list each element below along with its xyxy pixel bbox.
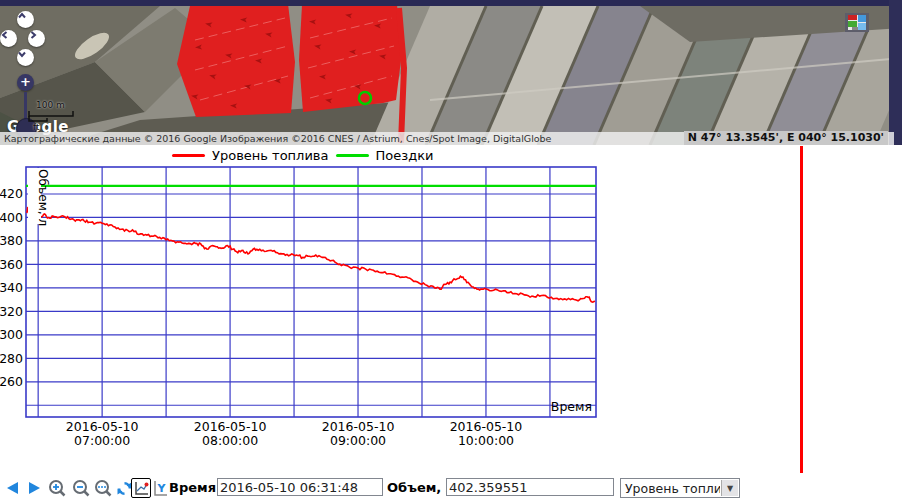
x-axis-title: Время (551, 399, 592, 414)
x-tick-date: 2016-05-10 (194, 419, 267, 434)
dropdown-arrow-icon[interactable]: ▼ (721, 480, 738, 496)
legend-label: Поездки (376, 148, 434, 163)
fuel-level-chart[interactable]: 2602803003203403603804004202016-05-1007:… (0, 163, 620, 463)
x-tick-time: 10:00:00 (458, 433, 514, 448)
y-tick-label: 400 (0, 210, 23, 225)
x-tick-time: 07:00:00 (74, 433, 130, 448)
y-tick-label: 380 (0, 233, 23, 248)
prev-point-button[interactable] (2, 478, 22, 498)
x-tick-date: 2016-05-10 (322, 419, 395, 434)
chart-cursor-line (800, 146, 803, 473)
minimap-toggle-icon[interactable] (845, 13, 869, 32)
zoom-range-chart-button[interactable] (93, 478, 113, 498)
chart-legend: Уровень топливаПоездки (172, 148, 433, 163)
y-axis-scale-button[interactable]: Y (151, 478, 171, 498)
y-tick-label: 320 (0, 304, 23, 319)
map-pan-down-button[interactable] (17, 49, 34, 66)
track-area (177, 4, 401, 117)
chart-mode-button[interactable] (131, 478, 151, 498)
app-window: + Google 100 m ft Картографические данны… (0, 0, 902, 504)
satellite-imagery (0, 0, 902, 145)
x-tick-time: 08:00:00 (202, 433, 258, 448)
map-scale-bar: 100 m ft (28, 100, 78, 132)
y-tick-label: 260 (0, 374, 23, 389)
bottom-toolbar: Y Время Объем, л Уровень топлива ▼ (0, 476, 902, 500)
series-select-dropdown[interactable]: Уровень топлива ▼ (620, 478, 740, 498)
x-tick-date: 2016-05-10 (66, 419, 139, 434)
y-tick-label: 420 (0, 186, 23, 201)
time-input[interactable] (217, 478, 383, 496)
y-tick-label: 360 (0, 257, 23, 272)
legend-swatch (336, 154, 369, 157)
map-panel[interactable]: + Google 100 m ft Картографические данны… (0, 0, 902, 145)
y-tick-label: 300 (0, 327, 23, 342)
y-tick-label: 340 (0, 280, 23, 295)
map-coordinates: N 47° 13.3545', E 040° 15.1030' (684, 131, 888, 145)
y-tick-label: 280 (0, 351, 23, 366)
time-field-label: Время (169, 480, 216, 495)
map-pan-up-button[interactable] (17, 11, 34, 28)
map-zoom-in-button[interactable]: + (17, 74, 34, 91)
scale-feet-label: ft (28, 122, 78, 132)
scale-meters-label: 100 m (28, 100, 78, 110)
series-select-value: Уровень топлива (621, 481, 720, 496)
legend-label: Уровень топлива (212, 148, 329, 163)
x-tick-date: 2016-05-10 (450, 419, 523, 434)
y-axis-title: Объем, л (36, 169, 50, 226)
legend-swatch (172, 154, 205, 157)
next-point-button[interactable] (24, 478, 44, 498)
x-tick-time: 09:00:00 (330, 433, 386, 448)
volume-input[interactable] (446, 478, 614, 496)
map-pan-right-button[interactable] (28, 30, 45, 47)
zoom-in-chart-button[interactable] (47, 478, 67, 498)
svg-text:Y: Y (157, 482, 167, 495)
zoom-out-chart-button[interactable] (71, 478, 91, 498)
map-pan-left-button[interactable] (0, 30, 17, 47)
